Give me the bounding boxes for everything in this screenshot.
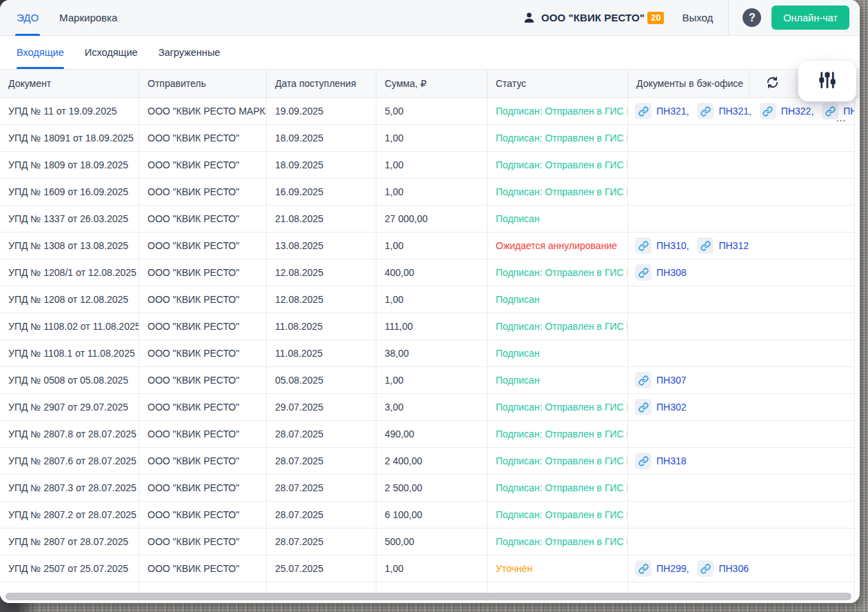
doc-link[interactable]: ПН306 (697, 560, 749, 577)
doc-link-label[interactable]: ПН308 (656, 267, 687, 278)
tab-edo[interactable]: ЭДО (17, 0, 39, 35)
cell-backoffice-docs (628, 340, 855, 366)
refresh-button[interactable] (749, 70, 796, 97)
cell-document: УПД № 1809 от 18.09.2025 (0, 152, 139, 178)
doc-link-label[interactable]: ПН321, (656, 106, 689, 117)
doc-link[interactable]: ПН307 (635, 372, 687, 388)
table-row[interactable]: УПД № 2507 от 25.07.2025 ООО "КВИК РЕСТО… (0, 555, 855, 582)
cell-document: УПД № 2507 от 25.07.2025 (0, 555, 139, 582)
table-row[interactable]: УПД № 2807 от 28.07.2025 ООО "КВИК РЕСТО… (0, 529, 855, 555)
horizontal-scrollbar[interactable] (6, 593, 851, 600)
doc-link[interactable]: ПН299, (635, 560, 689, 577)
doc-link-label[interactable]: ПН310, (656, 240, 689, 251)
doc-link[interactable]: ПН321, (635, 103, 689, 119)
table-row[interactable]: УПД № 2807.8 от 28.07.2025 ООО "КВИК РЕС… (0, 421, 855, 448)
tab-incoming[interactable]: Входящие (17, 36, 64, 69)
column-header-document[interactable]: Документ (0, 70, 139, 97)
table-row[interactable]: УПД № 0508 от 05.08.2025 ООО "КВИК РЕСТО… (0, 367, 855, 394)
link-icon (635, 399, 652, 415)
table-row[interactable]: УПД № 2807.3 от 28.07.2025 ООО "КВИК РЕС… (0, 475, 855, 502)
link-icon (635, 453, 652, 469)
cell-backoffice-docs: ПН299,ПН306 (628, 555, 855, 582)
cell-backoffice-docs (628, 286, 855, 313)
table-row[interactable]: УПД № 2807.2 от 28.07.2025 ООО "КВИК РЕС… (0, 502, 855, 529)
doc-link-label[interactable]: ПН322, (781, 106, 814, 117)
table-row[interactable]: УПД № 1809 от 18.09.2025 ООО "КВИК РЕСТО… (0, 152, 855, 179)
cell-sender: ООО "КВИК РЕСТО" (139, 502, 267, 528)
cell-status: Подписан: Отправлен в ГИС МТ (487, 421, 628, 447)
cell-amount: 38,00 (376, 340, 487, 366)
cell-sender: ООО "КВИК РЕСТО" (139, 394, 267, 420)
cell-date: 16.09.2025 (267, 179, 376, 205)
table-row[interactable]: УПД № 1108.1 от 11.08.2025 ООО "КВИК РЕС… (0, 340, 855, 367)
doc-link-label[interactable]: ПН302 (656, 402, 687, 413)
app-window: ЭДО Маркировка ООО "КВИК РЕСТО" 20 Выход… (0, 0, 860, 603)
doc-link[interactable]: ПН322, (760, 103, 814, 119)
doc-link[interactable]: ПН310, (635, 237, 689, 254)
doc-link-label[interactable]: ПН318 (656, 455, 687, 466)
cell-amount: 1,00 (376, 179, 487, 205)
cell-date: 28.07.2025 (267, 502, 376, 528)
column-header-backoffice-docs[interactable]: Документы в бэк-офисе (628, 70, 749, 97)
table-row[interactable]: УПД № 1208/1 от 12.08.2025 ООО "КВИК РЕС… (0, 259, 855, 286)
cell-status: Подписан: Отправлен в ГИС МТ (487, 394, 628, 420)
online-chat-button[interactable]: Онлайн-чат (771, 6, 849, 30)
cell-backoffice-docs: ПН307 (628, 367, 855, 393)
cell-status: Подписан: Отправлен в ГИС МТ (487, 475, 628, 501)
table-row[interactable]: УПД № 1108.02 от 11.08.2025 ООО "КВИК РЕ… (0, 313, 855, 340)
cell-backoffice-docs: ПН310,ПН312 (628, 233, 855, 259)
status-text: Подписан: Отправлен в ГИС МТ (496, 402, 628, 413)
docs-overflow-ellipsis[interactable]: ... (836, 113, 846, 124)
cell-backoffice-docs: ПН302 (628, 394, 855, 420)
cell-backoffice-docs (628, 125, 855, 151)
cell-amount: 5,00 (376, 98, 487, 124)
table-row[interactable]: УПД № 11 от 19.09.2025 ООО "КВИК РЕСТО М… (0, 98, 855, 125)
cell-date: 12.08.2025 (267, 259, 376, 286)
table-row[interactable]: УПД № 2907 от 29.07.2025 ООО "КВИК РЕСТО… (0, 394, 855, 421)
cell-date: 18.09.2025 (267, 152, 376, 178)
logout-link[interactable]: Выход (682, 12, 713, 23)
doc-link-label[interactable]: ПН307 (656, 375, 687, 386)
cell-sender: ООО "КВИК РЕСТО" (139, 529, 267, 555)
cell-document: УПД № 2807.6 от 28.07.2025 (0, 448, 139, 474)
cell-document: УПД № 2807.8 от 28.07.2025 (0, 421, 139, 447)
column-header-date[interactable]: Дата поступления (267, 70, 376, 97)
column-header-sender[interactable]: Отправитель (139, 70, 267, 97)
cell-date: 12.08.2025 (267, 286, 376, 313)
status-text: Подписан: Отправлен в ГИС МТ (496, 482, 628, 493)
cell-date: 29.07.2025 (267, 394, 376, 420)
table-body: УПД № 11 от 19.09.2025 ООО "КВИК РЕСТО М… (0, 98, 855, 603)
cell-date: 05.08.2025 (267, 367, 376, 393)
notification-badge[interactable]: 20 (647, 12, 664, 24)
org-name[interactable]: ООО "КВИК РЕСТО" (541, 12, 645, 23)
help-button[interactable]: ? (743, 8, 761, 27)
tab-uploaded[interactable]: Загруженные (159, 36, 221, 69)
table-row[interactable]: УПД № 1308 от 13.08.2025 ООО "КВИК РЕСТО… (0, 233, 855, 259)
doc-link[interactable]: ПН308 (635, 264, 687, 281)
column-header-status[interactable]: Статус (487, 70, 628, 97)
doc-link[interactable]: ПН321, (697, 103, 751, 119)
tab-markirovka[interactable]: Маркировка (59, 0, 117, 35)
table-row[interactable]: УПД № 1609 от 16.09.2025 ООО "КВИК РЕСТО… (0, 179, 855, 206)
table-row[interactable]: УПД № 18091 от 18.09.2025 ООО "КВИК РЕСТ… (0, 125, 855, 152)
doc-link-label[interactable]: ПН312 (718, 240, 749, 251)
doc-link[interactable]: ПН302 (635, 399, 687, 415)
status-text: Подписан (496, 375, 540, 386)
status-text: Подписан: Отправлен в ГИС МТ (496, 186, 628, 197)
tab-outgoing[interactable]: Исходящие (85, 36, 138, 69)
table-row[interactable]: УПД № 1337 от 26.03.2025 ООО "КВИК РЕСТО… (0, 206, 855, 233)
doc-link-label[interactable]: ПН299, (656, 563, 689, 574)
doc-link-label[interactable]: ПН321, (718, 106, 751, 117)
status-text: Подписан: Отправлен в ГИС МТ (496, 267, 628, 278)
cell-sender: ООО "КВИК РЕСТО" (139, 448, 267, 474)
cell-document: УПД № 2907 от 29.07.2025 (0, 394, 139, 420)
doc-link-label[interactable]: ПН306 (718, 563, 749, 574)
cell-status: Подписан: Отправлен в ГИС МТ (487, 313, 628, 339)
link-icon (635, 103, 652, 119)
doc-link[interactable]: ПН312 (697, 237, 749, 254)
filter-button[interactable] (798, 61, 856, 101)
table-row[interactable]: УПД № 1208 от 12.08.2025 ООО "КВИК РЕСТО… (0, 286, 855, 313)
table-row[interactable]: УПД № 2807.6 от 28.07.2025 ООО "КВИК РЕС… (0, 448, 855, 475)
column-header-amount[interactable]: Сумма, ₽ (376, 70, 487, 97)
doc-link[interactable]: ПН318 (635, 453, 687, 469)
